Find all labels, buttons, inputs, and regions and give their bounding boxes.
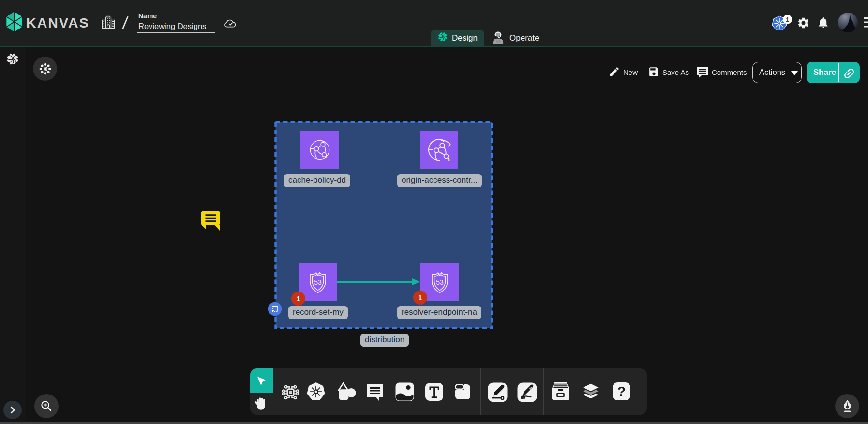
svg-text:53: 53 [436, 278, 444, 286]
svg-text:53: 53 [314, 278, 322, 286]
svg-text:?: ? [617, 384, 626, 399]
svg-text:1: 1 [786, 16, 789, 23]
